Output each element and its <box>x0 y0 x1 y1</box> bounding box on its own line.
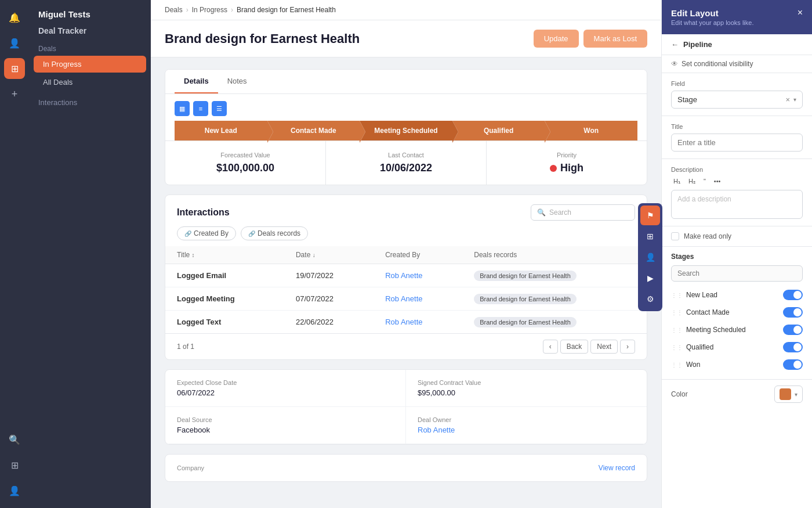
clear-field-icon[interactable]: × <box>785 95 790 104</box>
stage-toggle[interactable] <box>783 307 803 318</box>
cell-deals-record[interactable]: Brand design for Earnest Health <box>462 287 647 311</box>
stat-last-contact-label: Last Contact <box>338 152 474 158</box>
stage-toggle[interactable] <box>783 342 803 352</box>
breadcrumb-deals[interactable]: Deals <box>165 6 183 14</box>
stage-qualified[interactable]: Qualified <box>452 121 545 140</box>
app-title: Miguel Tests <box>29 0 151 24</box>
stage-won[interactable]: Won <box>545 121 637 140</box>
company-card: Company View record <box>165 454 647 482</box>
field-select[interactable]: Stage × ▾ <box>671 91 803 109</box>
avatar-icon[interactable]: 👤 <box>4 33 25 53</box>
mark-as-lost-button[interactable]: Mark as Lost <box>583 30 647 48</box>
drag-handle-icon[interactable]: ⋮⋮ <box>671 309 683 316</box>
make-readonly-checkbox[interactable] <box>671 232 679 240</box>
cell-title: Logged Meeting <box>165 287 284 311</box>
page-btn-next[interactable]: Next <box>590 340 618 354</box>
stage-meeting-scheduled[interactable]: Meeting Scheduled <box>360 121 452 140</box>
stage-toggle-row: ⋮⋮ Won <box>671 356 803 373</box>
stages-search-input[interactable] <box>671 265 803 282</box>
header-buttons: Update Mark as Lost <box>534 30 647 48</box>
page-btn-right[interactable]: › <box>620 340 635 354</box>
nav-interactions[interactable]: Interactions <box>29 93 151 111</box>
drag-handle-icon[interactable]: ⋮⋮ <box>671 327 683 333</box>
stat-forecasted-label: Forecasted Value <box>177 152 314 158</box>
filter-tab-deals-label: Deals records <box>258 229 300 237</box>
cell-created-by[interactable]: Rob Anette <box>374 264 462 287</box>
filter-tab-deals-records[interactable]: 🔗 Deals records <box>241 226 308 240</box>
detail-value: Facebook <box>177 426 394 434</box>
pipeline-icon-2[interactable]: ≡ <box>193 101 208 116</box>
cell-created-by[interactable]: Rob Anette <box>374 287 462 311</box>
detail-label: Signed Contract Value <box>418 379 635 386</box>
float-btn-play[interactable]: ▶ <box>640 268 660 288</box>
edit-panel-header: Edit Layout Edit what your app looks lik… <box>662 0 812 34</box>
stage-contact-made[interactable]: Contact Made <box>267 121 360 140</box>
pagination-summary: 1 of 1 <box>177 343 194 351</box>
nav-in-progress[interactable]: In Progress <box>34 56 146 73</box>
description-area[interactable]: Add a description <box>671 190 803 219</box>
col-title[interactable]: Title ↕ <box>165 246 284 264</box>
view-record-link[interactable]: View record <box>599 464 635 472</box>
cell-created-by[interactable]: Rob Anette <box>374 311 462 334</box>
color-picker-button[interactable]: ▾ <box>774 385 803 403</box>
edit-panel: Edit Layout Edit what your app looks lik… <box>661 0 812 508</box>
drag-handle-icon[interactable]: ⋮⋮ <box>671 344 683 351</box>
pipeline-section: ▦ ≡ ☰ New Lead Contact Made Meeting Sche… <box>165 94 647 140</box>
page-btn-left[interactable]: ‹ <box>543 340 558 354</box>
detail-label: Expected Close Date <box>177 379 394 386</box>
filter-tab-created-by-label: Created By <box>194 229 229 237</box>
filter-tab-created-by[interactable]: 🔗 Created By <box>177 226 236 240</box>
update-button[interactable]: Update <box>534 30 579 48</box>
desc-h2[interactable]: H₂ <box>686 176 698 186</box>
desc-h1[interactable]: H₁ <box>671 176 683 186</box>
desc-more[interactable]: ••• <box>712 176 723 186</box>
pipeline-stages: New Lead Contact Made Meeting Scheduled … <box>175 121 637 140</box>
desc-quote[interactable]: " <box>701 176 708 186</box>
drag-handle-icon[interactable]: ⋮⋮ <box>671 362 683 368</box>
color-label: Color <box>671 390 688 398</box>
conditional-visibility-row[interactable]: 👁 Set conditional visibility <box>662 55 812 73</box>
tabs-bar: Details Notes <box>165 70 647 94</box>
stage-toggle[interactable] <box>783 325 803 335</box>
pipeline-icon-1[interactable]: ▦ <box>175 101 190 116</box>
close-panel-button[interactable]: × <box>798 8 803 17</box>
float-btn-user[interactable]: 👤 <box>640 247 660 267</box>
search-icon[interactable]: 🔍 <box>4 429 25 450</box>
nav-all-deals[interactable]: All Deals <box>34 74 146 91</box>
interactions-search[interactable]: 🔍 Search <box>531 204 635 221</box>
float-btn-flag[interactable]: ⚑ <box>640 206 660 225</box>
apps-icon[interactable]: ⊞ <box>4 455 25 475</box>
tab-details[interactable]: Details <box>175 70 218 93</box>
stat-last-contact-value: 10/06/2022 <box>338 162 474 174</box>
breadcrumb: Deals › In Progress › Brand design for E… <box>151 0 661 20</box>
stage-label: New Lead <box>686 291 717 299</box>
pipeline-icon-3[interactable]: ☰ <box>212 101 227 116</box>
page-btn-back[interactable]: Back <box>560 340 589 354</box>
detail-value[interactable]: Rob Anette <box>418 426 635 434</box>
stage-toggle[interactable] <box>783 359 803 370</box>
breadcrumb-in-progress[interactable]: In Progress <box>192 6 227 14</box>
drag-handle-icon[interactable]: ⋮⋮ <box>671 292 683 298</box>
title-input[interactable] <box>671 134 803 152</box>
plus-icon[interactable]: + <box>4 84 25 105</box>
float-btn-settings[interactable]: ⚙ <box>640 289 660 309</box>
float-btn-table[interactable]: ⊞ <box>640 226 660 246</box>
stage-new-lead[interactable]: New Lead <box>175 121 267 140</box>
grid-icon[interactable]: ⊞ <box>4 58 25 79</box>
cell-date: 19/07/2022 <box>284 264 374 287</box>
tab-notes[interactable]: Notes <box>218 70 256 93</box>
stat-priority-label: Priority <box>498 152 635 158</box>
col-date[interactable]: Date ↓ <box>284 246 374 264</box>
cell-deals-record[interactable]: Brand design for Earnest Health <box>462 264 647 287</box>
back-arrow-icon[interactable]: ← <box>671 40 679 49</box>
chevron-field-icon: ▾ <box>793 96 796 103</box>
stat-forecasted-value-text: $100,000.00 <box>177 162 314 174</box>
user-icon[interactable]: 👤 <box>4 480 25 501</box>
edit-panel-title: Edit Layout <box>671 8 753 18</box>
title-section: Title <box>662 116 812 159</box>
cell-deals-record[interactable]: Brand design for Earnest Health <box>462 311 647 334</box>
field-section: Field Stage × ▾ <box>662 73 812 116</box>
bell-icon[interactable]: 🔔 <box>4 7 25 28</box>
stage-toggle[interactable] <box>783 290 803 300</box>
make-readonly-row: Make read only <box>662 226 812 247</box>
